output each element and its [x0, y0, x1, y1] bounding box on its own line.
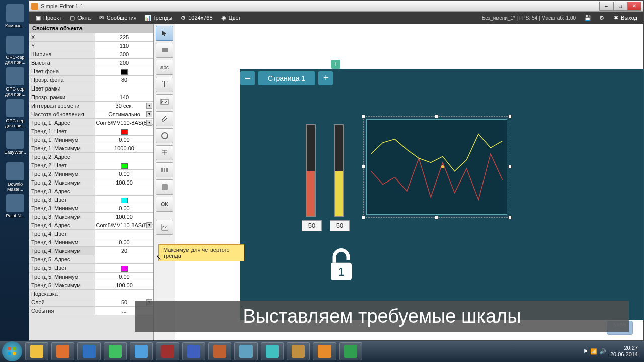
clock[interactable]: 20:27 20.06.2014 — [610, 345, 638, 358]
prop-value[interactable] — [95, 187, 153, 195]
prop-row-5[interactable]: Прозр. фона80 — [29, 76, 153, 84]
prop-value[interactable] — [95, 230, 153, 238]
desktop-icon-6[interactable]: Paint.N... — [4, 194, 26, 222]
taskbar-app-11[interactable] — [313, 342, 336, 360]
tab-add-button[interactable]: + — [318, 71, 333, 85]
prop-row-27[interactable]: Тренд 5. Цвет — [29, 264, 153, 273]
tool-text[interactable]: T — [156, 77, 173, 92]
prop-row-23[interactable]: Тренд 4. Цвет — [29, 230, 153, 238]
prop-value[interactable] — [95, 255, 153, 263]
prop-value[interactable]: 300 — [95, 50, 153, 58]
tool-chart[interactable] — [156, 220, 173, 235]
prop-value[interactable] — [95, 67, 153, 75]
prop-value[interactable]: 0.00 — [95, 136, 153, 144]
dropdown-arrow-icon[interactable]: ▾ — [146, 120, 152, 126]
prop-value[interactable] — [95, 264, 153, 272]
minimize-button[interactable]: – — [599, 2, 613, 11]
prop-row-21[interactable]: Тренд 3. Максимум100.00 — [29, 213, 153, 221]
desktop-icon-3[interactable]: OPC-сер для при... — [4, 99, 26, 127]
tool-pointer[interactable] — [156, 26, 173, 41]
tool-image[interactable] — [156, 94, 173, 109]
prop-row-9[interactable]: Частота обновленияОптимально▾ — [29, 110, 153, 119]
tool-align[interactable] — [156, 145, 173, 160]
prop-value[interactable]: 20 — [95, 247, 153, 255]
prop-row-24[interactable]: Тренд 4. Минимум0.00 — [29, 238, 153, 247]
prop-value[interactable] — [95, 84, 153, 93]
prop-value[interactable]: Com5/MV110-8AS(8bit adr= — [95, 221, 153, 229]
tool-label[interactable]: abc — [156, 60, 173, 75]
close-button[interactable]: ✕ — [627, 2, 641, 11]
tray-network-icon[interactable]: 📶 — [590, 348, 597, 355]
dropdown-arrow-icon[interactable]: ▾ — [146, 103, 152, 109]
tool-rectangle[interactable] — [156, 43, 173, 58]
sel-handle-ne[interactable] — [508, 115, 512, 118]
dropdown-arrow-icon[interactable]: ▾ — [146, 111, 152, 117]
tray-volume-icon[interactable]: 🔊 — [599, 348, 606, 355]
system-tray[interactable]: ⚑ 📶 🔊 20:27 20.06.2014 — [583, 345, 642, 358]
titlebar[interactable]: Simple-Editor 1.1 – □ ✕ — [29, 1, 643, 12]
prop-row-8[interactable]: Интервал времени30 сек.▾ — [29, 102, 153, 110]
taskbar-app-3[interactable] — [104, 342, 127, 360]
desktop-icon-0[interactable]: Компью... — [4, 4, 26, 32]
menu-resolution[interactable]: ⚙1024x768 — [176, 13, 216, 22]
taskbar-app-7[interactable] — [208, 342, 231, 360]
desktop-icon-5[interactable]: Downlo Maste... — [4, 162, 26, 190]
prop-value[interactable]: 30 сек. — [95, 102, 153, 110]
prop-row-16[interactable]: Тренд 2. Минимум0.00 — [29, 170, 153, 178]
taskbar-app-10[interactable] — [287, 342, 310, 360]
menu-exit[interactable]: ✖Выход — [609, 13, 641, 22]
taskbar-app-9[interactable] — [261, 342, 284, 360]
taskbar-app-12[interactable] — [339, 342, 362, 360]
desktop-icon-2[interactable]: OPC-сер для при... — [4, 67, 26, 95]
prop-row-10[interactable]: Тренд 1. АдресCom5/MV110-8AS(8bit adr=▾ — [29, 119, 153, 127]
prop-value[interactable]: Оптимально — [95, 110, 153, 118]
prop-row-15[interactable]: Тренд 2. Цвет — [29, 161, 153, 170]
prop-value[interactable] — [95, 153, 153, 161]
prop-row-12[interactable]: Тренд 1. Минимум0.00 — [29, 136, 153, 144]
prop-row-14[interactable]: Тренд 2. Адрес — [29, 153, 153, 161]
menu-color[interactable]: ◉Цвет — [217, 13, 246, 22]
prop-value[interactable]: 200 — [95, 59, 153, 67]
taskbar-app-0[interactable] — [25, 342, 48, 360]
prop-value[interactable]: 110 — [95, 42, 153, 50]
bar-gauge-2[interactable]: 50 — [334, 124, 344, 217]
prop-row-19[interactable]: Тренд 3. Цвет — [29, 196, 153, 204]
prop-value[interactable]: 0.00 — [95, 204, 153, 212]
sel-handle-s[interactable] — [435, 216, 438, 219]
menu-windows[interactable]: ▢Окна — [65, 13, 95, 22]
sel-handle-sw[interactable] — [362, 216, 365, 219]
add-top-button[interactable]: + — [331, 60, 340, 69]
tray-flag-icon[interactable]: ⚑ — [583, 348, 588, 355]
sel-handle-e[interactable] — [508, 165, 512, 168]
sel-handle-nw[interactable] — [362, 115, 365, 118]
sel-handle-w[interactable] — [362, 165, 365, 168]
dropdown-arrow-icon[interactable]: ▾ — [146, 222, 152, 228]
taskbar-app-1[interactable] — [51, 342, 74, 360]
taskbar-app-2[interactable] — [77, 342, 101, 360]
prop-value[interactable] — [95, 196, 153, 204]
prop-value[interactable]: 100.00 — [95, 281, 153, 289]
trend-chart-widget[interactable] — [366, 119, 507, 215]
taskbar-app-5[interactable] — [156, 342, 179, 360]
prop-value[interactable]: 225 — [95, 33, 153, 41]
prop-value[interactable] — [95, 290, 153, 298]
sel-handle-se[interactable] — [508, 216, 512, 219]
prop-row-26[interactable]: Тренд 5. Адрес — [29, 255, 153, 264]
prop-row-18[interactable]: Тренд 3. Адрес — [29, 187, 153, 196]
prop-row-1[interactable]: Y110 — [29, 42, 153, 50]
tab-remove-button[interactable]: – — [240, 71, 255, 85]
prop-value[interactable]: 0.00 — [95, 238, 153, 246]
maximize-button[interactable]: □ — [613, 2, 627, 11]
prop-row-2[interactable]: Ширина300 — [29, 50, 153, 59]
tool-ok[interactable]: OK — [156, 197, 173, 212]
prop-value[interactable]: 1000.00 — [95, 144, 153, 152]
desktop-icon-1[interactable]: OPC-сер для при... — [4, 36, 26, 63]
menu-trends[interactable]: 📊Тренды — [141, 13, 177, 22]
menu-project[interactable]: ▣Проект — [31, 13, 65, 22]
prop-value[interactable]: Com5/MV110-8AS(8bit adr= — [95, 119, 153, 127]
prop-row-0[interactable]: X225 — [29, 33, 153, 42]
start-button[interactable] — [2, 341, 22, 361]
lock-widget[interactable]: 1 — [316, 240, 366, 290]
prop-row-20[interactable]: Тренд 3. Минимум0.00 — [29, 204, 153, 213]
prop-value[interactable]: 140 — [95, 93, 153, 101]
